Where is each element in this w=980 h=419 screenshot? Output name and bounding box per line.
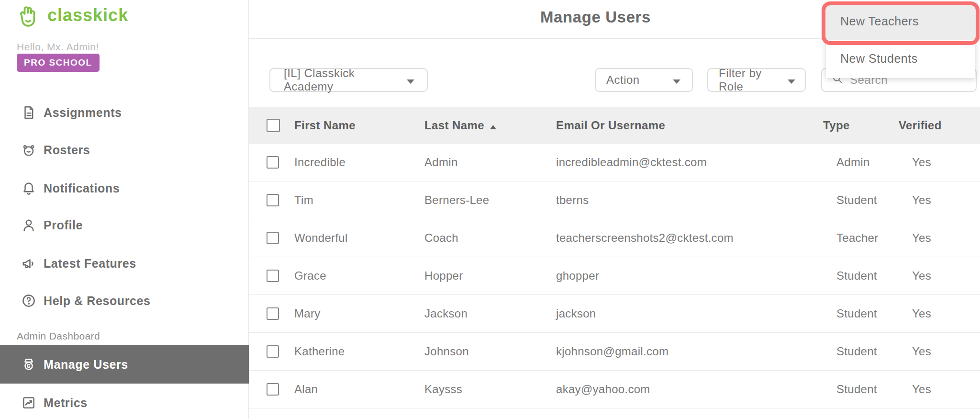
cell-type: Student [823, 345, 899, 358]
cell-last-name: Berners-Lee [424, 193, 556, 207]
sidebar: classkick Hello, Mx. Admin! PRO SCHOOL A… [0, 0, 249, 419]
cell-verified: Yes [899, 383, 980, 396]
sidebar-item-help-resources[interactable]: Help & Resources [0, 282, 249, 320]
row-checkbox[interactable] [267, 232, 279, 244]
row-checkbox[interactable] [267, 345, 279, 358]
filter-by-role-dropdown[interactable]: Filter by Role [707, 68, 806, 92]
apple-icon [22, 143, 36, 157]
column-header-last-name[interactable]: Last Name [424, 119, 556, 132]
row-checkbox-cell [249, 156, 294, 169]
table-row[interactable]: Incredible Admin incredibleadmin@cktest.… [249, 144, 980, 181]
whistle-icon [22, 357, 36, 372]
chevron-down-icon [407, 73, 414, 87]
table-row[interactable]: Tim Berners-Lee tberns Student Yes [249, 181, 980, 219]
school-selector-dropdown[interactable]: [IL] Classkick Academy [269, 68, 428, 92]
table-header-row: First Name Last Name Email Or Username T… [249, 107, 980, 144]
cell-first-name: Alan [294, 383, 424, 396]
sidebar-item-label: Metrics [44, 396, 88, 410]
sidebar-item-label: Notifications [44, 181, 120, 195]
column-header-verified[interactable]: Verified [899, 119, 980, 132]
row-checkbox-cell [249, 270, 294, 282]
cell-type: Student [823, 383, 899, 396]
cell-first-name: Wonderful [294, 231, 424, 245]
row-checkbox[interactable] [267, 307, 279, 320]
chevron-down-icon [673, 73, 680, 87]
chevron-down-icon [788, 73, 795, 87]
cell-email: ghopper [556, 269, 823, 283]
cell-last-name: Johnson [424, 345, 556, 358]
menu-item-new-students[interactable]: New Students [826, 40, 975, 77]
cell-type: Teacher [823, 231, 899, 245]
school-selector-value: [IL] Classkick Academy [284, 67, 407, 93]
metrics-icon [22, 396, 36, 410]
column-header-first-name[interactable]: First Name [294, 119, 424, 132]
cell-last-name: Hopper [424, 269, 556, 283]
add-users-menu: New Teachers New Students [826, 0, 975, 78]
table-row[interactable]: Grace Hopper ghopper Student Yes [249, 257, 980, 295]
cell-email: teacherscreenshots2@cktest.com [556, 231, 823, 245]
table-row[interactable]: Wonderful Coach teacherscreenshots2@ckte… [249, 219, 980, 257]
column-header-email[interactable]: Email Or Username [556, 119, 823, 132]
cell-last-name: Admin [424, 156, 556, 169]
cell-last-name: Jackson [424, 307, 556, 320]
row-checkbox[interactable] [267, 383, 279, 396]
filter-by-role-label: Filter by Role [719, 67, 781, 93]
greeting-text: Hello, Mx. Admin! [17, 41, 99, 53]
column-header-type[interactable]: Type [823, 119, 899, 132]
table-row[interactable]: Mary Jackson jackson Student Yes [249, 295, 980, 333]
cell-verified: Yes [899, 307, 980, 320]
select-all-checkbox[interactable] [267, 119, 280, 132]
row-checkbox-cell [249, 345, 294, 358]
document-icon [22, 105, 36, 120]
cell-first-name: Incredible [294, 156, 424, 169]
sidebar-item-label: Latest Features [44, 257, 136, 271]
cell-email: jackson [556, 307, 823, 320]
cell-first-name: Tim [294, 193, 424, 207]
cell-type: Student [823, 193, 899, 207]
action-dropdown-label: Action [606, 73, 640, 87]
menu-item-new-teachers[interactable]: New Teachers [826, 3, 975, 40]
sidebar-item-rosters[interactable]: Rosters [0, 131, 249, 169]
users-table-body: Incredible Admin incredibleadmin@cktest.… [249, 144, 980, 408]
sidebar-item-label: Help & Resources [44, 294, 151, 308]
cell-verified: Yes [899, 193, 980, 207]
sidebar-item-manage-users[interactable]: Manage Users [0, 345, 249, 384]
row-checkbox[interactable] [267, 270, 279, 282]
cell-verified: Yes [899, 156, 980, 169]
cell-email: incredibleadmin@cktest.com [556, 156, 823, 169]
sidebar-item-latest-features[interactable]: Latest Features [0, 244, 249, 283]
row-checkbox-cell [249, 232, 294, 244]
sidebar-item-label: Profile [44, 218, 83, 232]
row-checkbox[interactable] [267, 156, 279, 169]
cell-first-name: Katherine [294, 345, 424, 358]
manage-users-screen: classkick Hello, Mx. Admin! PRO SCHOOL A… [0, 0, 980, 419]
cell-email: tberns [556, 193, 823, 207]
admin-dashboard-section-label: Admin Dashboard [17, 330, 100, 342]
cell-last-name: Kaysss [424, 383, 556, 396]
megaphone-icon [22, 256, 36, 271]
logo-wordmark: classkick [47, 5, 128, 25]
cell-email: kjohnson@gmail.com [556, 345, 823, 358]
cell-type: Student [823, 307, 899, 320]
sort-ascending-icon [490, 119, 496, 132]
person-icon [22, 218, 36, 232]
cell-type: Student [823, 269, 899, 283]
cell-first-name: Grace [294, 269, 424, 283]
action-dropdown[interactable]: Action [595, 68, 693, 92]
sidebar-item-label: Rosters [44, 143, 90, 157]
classkick-logo[interactable]: classkick [16, 3, 128, 28]
row-checkbox-cell [249, 383, 294, 396]
sidebar-item-label: Manage Users [44, 358, 128, 372]
sidebar-item-assignments[interactable]: Assignments [0, 93, 249, 132]
row-checkbox[interactable] [267, 194, 279, 206]
select-all-cell [249, 119, 294, 132]
sidebar-item-notifications[interactable]: Notifications [0, 169, 249, 207]
cell-type: Admin [823, 156, 899, 169]
cell-email: akay@yahoo.com [556, 383, 823, 396]
sidebar-item-metrics[interactable]: Metrics [0, 384, 249, 419]
table-row[interactable]: Katherine Johnson kjohnson@gmail.com Stu… [249, 333, 980, 371]
sidebar-item-profile[interactable]: Profile [0, 206, 249, 244]
help-circle-icon [22, 294, 36, 308]
table-row[interactable]: Alan Kaysss akay@yahoo.com Student Yes [249, 371, 980, 408]
cell-verified: Yes [899, 269, 980, 283]
